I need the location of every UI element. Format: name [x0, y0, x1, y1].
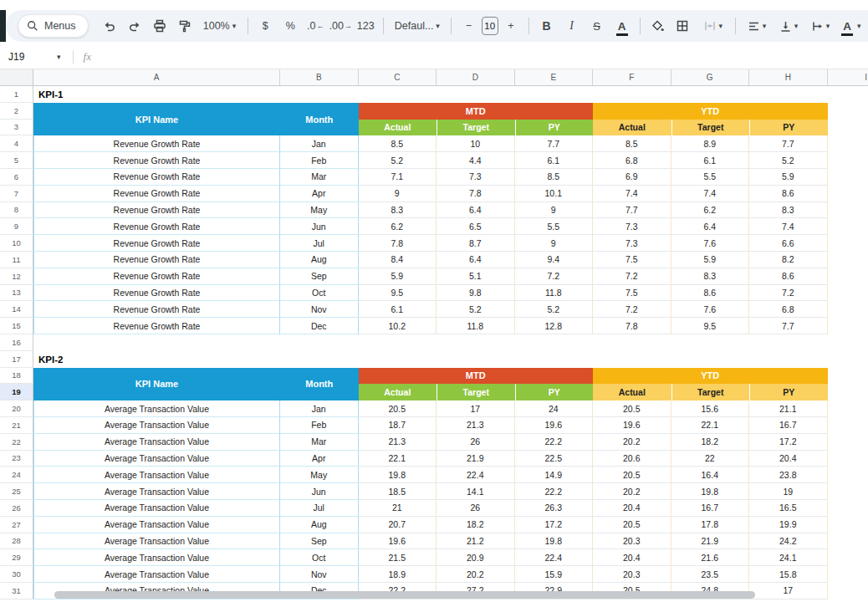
ytd-sub-header[interactable]: Actual: [593, 120, 671, 136]
cell[interactable]: Revenue Growth Rate: [33, 318, 280, 334]
cell[interactable]: Oct: [280, 285, 359, 302]
cell[interactable]: Average Transaction Value: [33, 517, 280, 533]
cell[interactable]: 15.9: [515, 566, 594, 583]
ytd-band[interactable]: YTD: [593, 103, 828, 120]
row-header-17[interactable]: 17: [0, 351, 33, 368]
mtd-sub-header[interactable]: Actual: [359, 384, 437, 400]
ytd-sub-header[interactable]: PY: [749, 384, 828, 400]
cell[interactable]: 17.8: [671, 517, 750, 533]
cell[interactable]: 8.5: [515, 169, 594, 186]
row-header-22[interactable]: 22: [0, 434, 33, 451]
cell[interactable]: 20.4: [593, 500, 671, 517]
table-title-kpi-1[interactable]: KPI-1: [38, 86, 222, 103]
cell[interactable]: 20.2: [437, 566, 515, 583]
cell[interactable]: 5.2: [359, 152, 437, 169]
row-header-21[interactable]: 21: [0, 417, 33, 434]
ytd-band[interactable]: YTD: [593, 368, 828, 385]
cell[interactable]: 6.1: [359, 301, 437, 318]
cell[interactable]: 21: [359, 500, 437, 517]
horizontal-scrollbar[interactable]: [54, 591, 755, 599]
cell[interactable]: 7.5: [593, 285, 671, 302]
cell[interactable]: Apr: [280, 451, 359, 467]
cell[interactable]: 21.9: [671, 533, 750, 550]
cell[interactable]: 7.6: [671, 235, 750, 252]
cell[interactable]: 24: [515, 400, 594, 417]
cell[interactable]: 7.7: [749, 318, 828, 334]
cell[interactable]: 8.2: [749, 252, 828, 268]
column-header-b[interactable]: B: [280, 69, 359, 86]
cell[interactable]: 6.8: [593, 152, 671, 169]
cell[interactable]: 5.5: [671, 169, 750, 186]
cell[interactable]: Revenue Growth Rate: [33, 252, 280, 268]
row-header-6[interactable]: 6: [0, 169, 33, 186]
cell[interactable]: 8.7: [437, 235, 515, 252]
cell[interactable]: 19: [749, 483, 828, 500]
cell[interactable]: 16.4: [671, 467, 750, 483]
cell[interactable]: 21.3: [437, 417, 515, 434]
name-box[interactable]: J19: [0, 51, 57, 63]
cell[interactable]: 24.1: [749, 549, 828, 566]
cell[interactable]: Revenue Growth Rate: [33, 202, 280, 219]
cell[interactable]: 18.7: [359, 417, 437, 434]
cell[interactable]: Revenue Growth Rate: [33, 152, 280, 169]
cell[interactable]: 21.2: [437, 533, 515, 550]
format-currency-button[interactable]: $: [253, 14, 277, 38]
cell[interactable]: 7.7: [749, 135, 828, 152]
cell[interactable]: 22.1: [671, 417, 750, 434]
row-header-27[interactable]: 27: [0, 517, 33, 533]
cell[interactable]: 8.6: [749, 186, 828, 202]
borders-button[interactable]: [671, 14, 694, 38]
cell[interactable]: Mar: [280, 434, 359, 451]
cell[interactable]: 22.2: [515, 434, 594, 451]
mtd-sub-header[interactable]: PY: [515, 120, 594, 136]
cell[interactable]: 19.8: [515, 533, 594, 550]
cell[interactable]: Aug: [280, 252, 359, 268]
cell[interactable]: 7.2: [593, 301, 671, 318]
cell[interactable]: Average Transaction Value: [33, 434, 280, 451]
row-header-5[interactable]: 5: [0, 152, 33, 169]
cell[interactable]: Jul: [280, 235, 359, 252]
cell[interactable]: Dec: [280, 318, 359, 334]
cell[interactable]: 19.6: [515, 417, 594, 434]
mtd-sub-header[interactable]: Target: [437, 384, 515, 400]
italic-button[interactable]: I: [560, 14, 584, 38]
cell[interactable]: 12.8: [515, 318, 594, 334]
row-header-14[interactable]: 14: [0, 301, 33, 318]
cell[interactable]: Jun: [280, 483, 359, 500]
row-header-2[interactable]: 2: [0, 103, 33, 120]
decrease-font-size-button[interactable]: −: [457, 14, 481, 38]
cell[interactable]: 8.9: [671, 135, 750, 152]
cell[interactable]: 7.5: [593, 252, 671, 268]
redo-button[interactable]: [123, 14, 146, 38]
cell[interactable]: 7.6: [671, 301, 750, 318]
cell[interactable]: 8.5: [359, 135, 437, 152]
cell[interactable]: 7.2: [749, 285, 828, 302]
cell[interactable]: 20.5: [593, 400, 671, 417]
cell[interactable]: 6.4: [437, 202, 515, 219]
cell[interactable]: Average Transaction Value: [33, 451, 280, 467]
cell[interactable]: Average Transaction Value: [33, 549, 280, 566]
kpi-name-header[interactable]: KPI Name: [33, 103, 280, 136]
month-header[interactable]: Month: [280, 368, 359, 401]
cell[interactable]: May: [280, 202, 359, 219]
ytd-sub-header[interactable]: Target: [671, 384, 750, 400]
mtd-band[interactable]: MTD: [359, 368, 594, 385]
cell[interactable]: 20.5: [593, 517, 671, 533]
cell[interactable]: 20.2: [593, 434, 671, 451]
ytd-sub-header[interactable]: Actual: [593, 384, 671, 400]
cell[interactable]: 7.2: [593, 268, 671, 285]
cell[interactable]: 19.9: [749, 517, 828, 533]
cell[interactable]: 5.2: [437, 301, 515, 318]
row-header-28[interactable]: 28: [0, 533, 33, 550]
cell[interactable]: Apr: [280, 186, 359, 202]
cell[interactable]: 5.9: [671, 252, 750, 268]
row-header-8[interactable]: 8: [0, 202, 33, 219]
cell[interactable]: 7.3: [593, 218, 671, 235]
cell[interactable]: 11.8: [515, 285, 594, 302]
cell[interactable]: Revenue Growth Rate: [33, 268, 280, 285]
cell[interactable]: Feb: [280, 152, 359, 169]
row-header-18[interactable]: 18: [0, 368, 33, 385]
cell[interactable]: 21.1: [749, 400, 828, 417]
cell[interactable]: 18.2: [437, 517, 515, 533]
mtd-sub-header[interactable]: Actual: [359, 120, 437, 136]
